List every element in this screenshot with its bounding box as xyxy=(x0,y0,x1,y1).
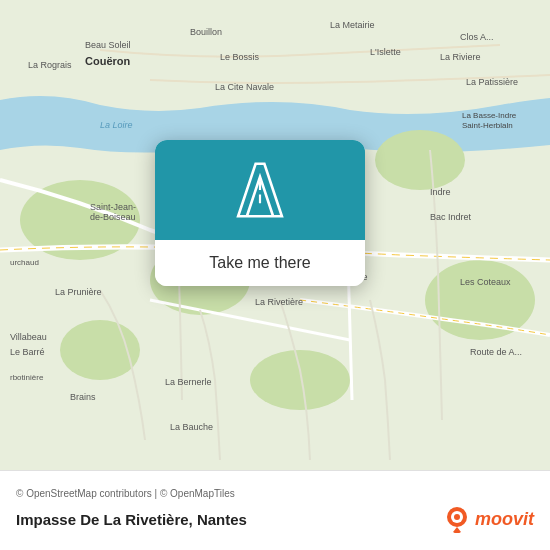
moovit-logo: moovit xyxy=(443,505,534,533)
svg-point-41 xyxy=(454,514,460,520)
svg-text:Bac Indret: Bac Indret xyxy=(430,212,472,222)
svg-text:Brains: Brains xyxy=(70,392,96,402)
svg-text:Route de A...: Route de A... xyxy=(470,347,522,357)
svg-text:La Loire: La Loire xyxy=(100,120,133,130)
svg-text:La Riviere: La Riviere xyxy=(440,52,481,62)
take-me-there-button[interactable]: Take me there xyxy=(155,240,365,286)
svg-text:La Patissière: La Patissière xyxy=(466,77,518,87)
svg-text:La Bernerle: La Bernerle xyxy=(165,377,212,387)
svg-point-3 xyxy=(375,130,465,190)
svg-text:L'Islette: L'Islette xyxy=(370,47,401,57)
location-name: Impasse De La Rivetière, Nantes xyxy=(16,511,247,528)
svg-text:La Rograis: La Rograis xyxy=(28,60,72,70)
svg-text:La Bauche: La Bauche xyxy=(170,422,213,432)
bottom-bar: © OpenStreetMap contributors | © OpenMap… xyxy=(0,470,550,550)
svg-text:Bouillon: Bouillon xyxy=(190,27,222,37)
svg-text:La Cite Navale: La Cite Navale xyxy=(215,82,274,92)
map-container: Beau Soleil Bouillon La Metairie Clos A.… xyxy=(0,0,550,470)
moovit-icon xyxy=(443,505,471,533)
road-navigation-icon xyxy=(225,155,295,225)
navigation-card: Take me there xyxy=(155,140,365,286)
svg-text:Indre: Indre xyxy=(430,187,451,197)
location-row: Impasse De La Rivetière, Nantes moovit xyxy=(16,505,534,533)
svg-text:Couëron: Couëron xyxy=(85,55,131,67)
svg-text:La Metairie: La Metairie xyxy=(330,20,375,30)
card-icon-area xyxy=(155,140,365,240)
svg-text:La Prunière: La Prunière xyxy=(55,287,102,297)
moovit-text: moovit xyxy=(475,509,534,530)
svg-text:Beau Soleil: Beau Soleil xyxy=(85,40,131,50)
svg-text:Le Bossis: Le Bossis xyxy=(220,52,260,62)
svg-text:Saint-Herblaln: Saint-Herblaln xyxy=(462,121,513,130)
svg-point-6 xyxy=(250,350,350,410)
svg-text:La Basse-Indre: La Basse-Indre xyxy=(462,111,517,120)
attribution-text: © OpenStreetMap contributors | © OpenMap… xyxy=(16,488,534,499)
svg-text:urchaud: urchaud xyxy=(10,258,39,267)
svg-text:Clos A...: Clos A... xyxy=(460,32,494,42)
svg-text:Villabeau: Villabeau xyxy=(10,332,47,342)
svg-text:Les Coteaux: Les Coteaux xyxy=(460,277,511,287)
svg-text:de-Boiseau: de-Boiseau xyxy=(90,212,136,222)
svg-text:rbotinière: rbotinière xyxy=(10,373,44,382)
svg-text:Le Barré: Le Barré xyxy=(10,347,45,357)
svg-text:La Rivetière: La Rivetière xyxy=(255,297,303,307)
svg-text:Saint-Jean-: Saint-Jean- xyxy=(90,202,136,212)
